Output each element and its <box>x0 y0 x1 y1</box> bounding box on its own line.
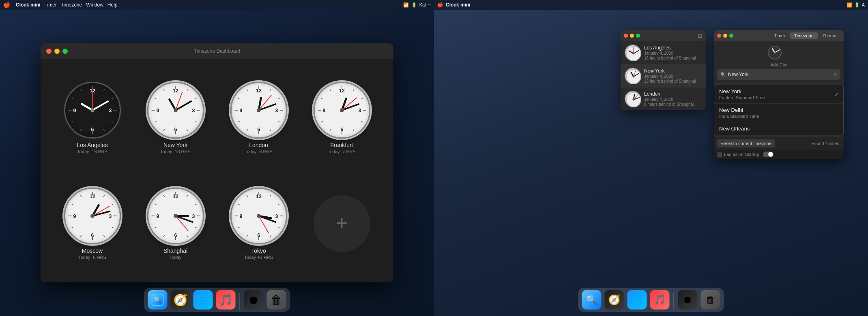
dock-trash-r[interactable]: 🗑 <box>701 290 720 310</box>
apple-icon-right[interactable]: 🍎 <box>437 2 443 8</box>
minimize-button[interactable] <box>54 49 60 54</box>
list-item-ny[interactable]: New York January 4, 2020 13 hours behind… <box>621 64 706 88</box>
svg-line-110 <box>155 204 156 205</box>
menu-timer[interactable]: Timer <box>45 2 57 8</box>
list-info-la: Los Angeles January 4, 2020 16 hours beh… <box>644 45 702 60</box>
menu-window[interactable]: Window <box>86 2 103 8</box>
clock-face-new-york: 12 3 6 9 <box>147 82 204 139</box>
add-clock-cell: + <box>302 173 381 274</box>
svg-line-81 <box>103 195 104 196</box>
dock-compass-r[interactable]: 🧭 <box>605 290 624 310</box>
clock-cell-london: 12 3 6 9 London Today -8 HRS <box>219 67 298 169</box>
clock-list-panel: ⊞ Los Angeles January 4, 2020 16 h <box>621 30 706 110</box>
svg-line-48 <box>238 121 239 122</box>
dock-trash[interactable]: 🗑 <box>267 290 286 310</box>
svg-line-24 <box>195 121 196 122</box>
list-item-la[interactable]: Los Angeles January 4, 2020 16 hours beh… <box>621 41 706 64</box>
dock-music-r[interactable]: 🎵 <box>650 290 670 310</box>
dock-safari-r[interactable]: 🌐 <box>627 290 647 310</box>
clock-tz-london: Today -8 HRS <box>245 149 272 154</box>
min-btn-mini[interactable] <box>630 34 634 38</box>
search-bar[interactable]: 🔍 New York ✕ <box>717 69 840 80</box>
clock-label-london: London Today -8 HRS <box>245 142 272 154</box>
mini-clock-ny <box>625 68 641 84</box>
dock-quicktime[interactable]: ⏺ <box>244 290 264 310</box>
tab-timer[interactable]: Timer <box>770 32 789 39</box>
svg-line-50 <box>238 98 239 99</box>
search-clear-btn[interactable]: ✕ <box>833 72 837 77</box>
dropdown-item-new-york[interactable]: New York Eastern Standard Time ✓ <box>714 85 843 104</box>
app-name[interactable]: Clock mini <box>16 2 41 8</box>
svg-point-157 <box>633 99 635 101</box>
svg-text:12: 12 <box>256 88 262 93</box>
svg-point-161 <box>774 52 776 53</box>
mini-titlebar: Timer Timezone Theme <box>714 30 844 41</box>
tab-theme[interactable]: Theme <box>819 32 840 39</box>
svg-text:9: 9 <box>239 107 242 113</box>
svg-text:9: 9 <box>156 213 159 219</box>
svg-text:12: 12 <box>173 88 178 93</box>
clock-face-london: 12 3 6 9 <box>230 82 287 139</box>
dock-quicktime-r[interactable]: ⏺ <box>678 290 698 310</box>
dock-compass[interactable]: 🧭 <box>171 290 190 310</box>
svg-line-70 <box>321 98 322 99</box>
max-mini[interactable] <box>729 34 733 38</box>
svg-line-85 <box>103 235 104 237</box>
svg-point-119 <box>174 214 178 218</box>
svg-point-39 <box>174 108 178 112</box>
list-item-london[interactable]: London January 4, 2020 8 hours behind of… <box>621 88 706 110</box>
svg-text:12: 12 <box>173 193 178 199</box>
menu-timezone[interactable]: Timezone <box>61 2 82 8</box>
dock-music[interactable]: 🎵 <box>216 290 236 310</box>
add-clock-button[interactable]: + <box>314 195 370 252</box>
user-name-r: A <box>862 2 865 7</box>
svg-line-27 <box>163 129 164 131</box>
svg-line-130 <box>238 204 239 205</box>
maximize-button[interactable] <box>62 49 68 54</box>
mini-clock-london <box>625 91 641 107</box>
svg-line-21 <box>187 89 187 91</box>
svg-line-124 <box>278 227 279 228</box>
close-btn-mini[interactable] <box>624 34 628 38</box>
svg-line-67 <box>330 129 331 131</box>
svg-text:🔍: 🔍 <box>154 296 162 304</box>
app-name-right[interactable]: Clock mini <box>446 2 471 8</box>
svg-line-10 <box>71 98 73 99</box>
dropdown-tz-delhi: India Standard Time <box>719 114 838 119</box>
search-input-text[interactable]: New York <box>728 72 831 77</box>
reset-timezone-btn[interactable]: Reset to current timezone <box>717 139 775 147</box>
dock-finder-r[interactable]: 🔍 <box>582 290 602 310</box>
svg-line-62 <box>361 98 363 99</box>
clock-face-los-angeles: 12 3 6 9 <box>64 82 121 139</box>
clock-grid: 12 3 6 9 <box>41 59 393 282</box>
launch-icon: ⬛ <box>717 152 722 157</box>
cli-city-ny: New York <box>644 68 702 74</box>
dropdown-item-new-delhi[interactable]: New Delhi India Standard Time <box>714 104 843 122</box>
menu-extras: ≡ <box>428 2 431 7</box>
cli-city-london: London <box>644 91 702 97</box>
svg-text:3: 3 <box>109 107 112 113</box>
menu-help[interactable]: Help <box>107 2 118 8</box>
dock-safari[interactable]: 🌐 <box>193 290 213 310</box>
tab-timezone[interactable]: Timezone <box>790 32 818 39</box>
apple-menu-icon[interactable]: 🍎 <box>3 2 10 8</box>
clock-city-tokyo: Tokyo <box>244 248 273 254</box>
svg-line-128 <box>238 227 239 228</box>
min-mini[interactable] <box>723 34 727 38</box>
svg-text:3: 3 <box>192 213 195 219</box>
cli-date-london: January 4, 2020 <box>644 97 702 102</box>
close-mini[interactable] <box>717 34 721 38</box>
svg-line-25 <box>187 129 187 131</box>
close-button[interactable] <box>46 49 52 54</box>
svg-line-31 <box>163 89 164 91</box>
svg-text:9: 9 <box>73 107 76 113</box>
svg-text:9: 9 <box>156 107 159 113</box>
bottom-bar: Reset to current timezone Found 4 cities… <box>714 137 844 150</box>
clock-city-los-angeles: Los Angeles <box>77 142 107 148</box>
launch-toggle[interactable] <box>763 152 773 157</box>
max-btn-mini[interactable] <box>636 34 640 38</box>
wifi-icon: 📶 <box>403 2 409 8</box>
svg-point-147 <box>633 53 635 55</box>
dock-finder[interactable]: 🔍 <box>148 290 168 310</box>
dropdown-item-new-orleans[interactable]: New Orleans <box>714 122 843 135</box>
